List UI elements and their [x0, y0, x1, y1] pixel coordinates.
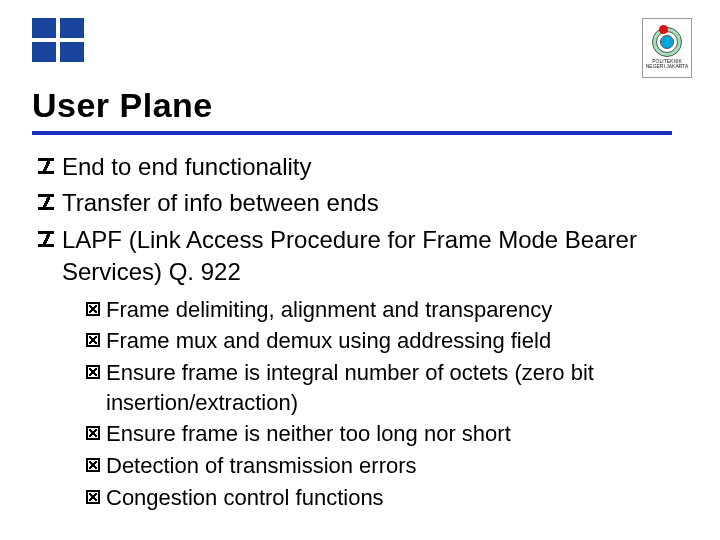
bullet-list: End to end functionality Transfer of inf… — [38, 151, 692, 289]
sub-bullet-icon — [86, 458, 100, 472]
header: POLITEKNIK NEGERI JAKARTA — [32, 18, 692, 78]
logo-left-icon — [32, 18, 84, 62]
bullet-icon — [38, 158, 54, 174]
sub-bullet-icon — [86, 426, 100, 440]
list-item: Ensure frame is integral number of octet… — [86, 358, 692, 417]
list-item: Frame mux and demux using addressing fie… — [86, 326, 692, 356]
slide: POLITEKNIK NEGERI JAKARTA User Plane End… — [0, 0, 720, 540]
title-underline — [32, 131, 672, 135]
sub-bullet-text: Ensure frame is neither too long nor sho… — [106, 419, 511, 449]
sub-bullet-icon — [86, 365, 100, 379]
logo-right-caption: POLITEKNIK NEGERI JAKARTA — [643, 59, 691, 70]
list-item: LAPF (Link Access Procedure for Frame Mo… — [38, 224, 692, 289]
list-item: Ensure frame is neither too long nor sho… — [86, 419, 692, 449]
sub-bullet-icon — [86, 333, 100, 347]
sub-bullet-icon — [86, 490, 100, 504]
bullet-text: Transfer of info between ends — [62, 187, 379, 219]
list-item: Detection of transmission errors — [86, 451, 692, 481]
sub-bullet-text: Congestion control functions — [106, 483, 384, 513]
bullet-text: End to end functionality — [62, 151, 312, 183]
list-item: Frame delimiting, alignment and transpar… — [86, 295, 692, 325]
sub-bullet-list: Frame delimiting, alignment and transpar… — [86, 295, 692, 513]
sub-bullet-text: Detection of transmission errors — [106, 451, 417, 481]
list-item: Congestion control functions — [86, 483, 692, 513]
logo-right-icon: POLITEKNIK NEGERI JAKARTA — [642, 18, 692, 78]
page-title: User Plane — [32, 86, 692, 125]
bullet-icon — [38, 194, 54, 210]
bullet-icon — [38, 231, 54, 247]
sub-bullet-text: Ensure frame is integral number of octet… — [106, 358, 692, 417]
sub-bullet-text: Frame delimiting, alignment and transpar… — [106, 295, 552, 325]
content: End to end functionality Transfer of inf… — [32, 151, 692, 512]
bullet-text: LAPF (Link Access Procedure for Frame Mo… — [62, 224, 692, 289]
sub-bullet-icon — [86, 302, 100, 316]
list-item: End to end functionality — [38, 151, 692, 183]
sub-bullet-text: Frame mux and demux using addressing fie… — [106, 326, 551, 356]
list-item: Transfer of info between ends — [38, 187, 692, 219]
